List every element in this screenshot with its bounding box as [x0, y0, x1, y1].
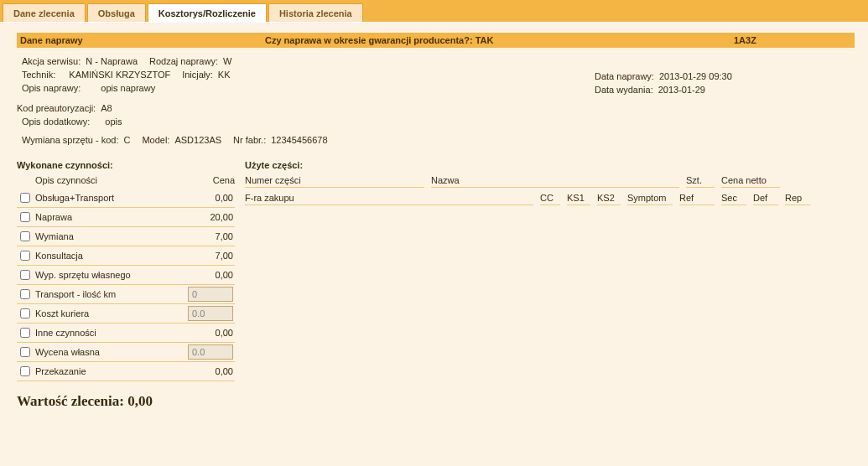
- label-opis-dod: Opis dodatkowy:: [22, 116, 95, 127]
- col-sec: Sec: [721, 193, 746, 205]
- activity-input[interactable]: [188, 344, 233, 360]
- activity-name: Wyp. sprzętu własnego: [34, 270, 183, 280]
- activity-checkbox[interactable]: [20, 212, 30, 222]
- label-model: Model:: [142, 135, 174, 145]
- activity-checkbox[interactable]: [20, 270, 30, 280]
- activity-row: Konsultacja7,00: [17, 246, 235, 266]
- activity-checkbox[interactable]: [20, 328, 30, 338]
- activities-title: Wykonane czynności:: [17, 160, 235, 170]
- activity-row: Obsługa+Transport0,00: [17, 189, 235, 208]
- tab-obsluga[interactable]: Obsługa: [87, 3, 146, 22]
- value-technik: KAMIŃSKI KRZYSZTOF: [69, 70, 170, 80]
- activity-row: Przekazanie0,00: [17, 362, 235, 381]
- activity-checkbox[interactable]: [20, 289, 30, 299]
- col-ref: Ref: [679, 193, 715, 205]
- tabs-bar: Dane zlecenia Obsługa Kosztorys/Rozlicze…: [0, 0, 868, 23]
- activity-row: Wycena własna: [17, 343, 235, 362]
- activity-name: Transport - ilość km: [34, 289, 183, 299]
- header-dane-naprawy: Dane naprawy: [17, 34, 262, 46]
- activity-checkbox[interactable]: [20, 308, 30, 318]
- label-opis-naprawy: Opis naprawy:: [22, 83, 86, 93]
- value-kod-preaut: A8: [101, 103, 112, 113]
- parts-title: Użyte części:: [245, 160, 855, 170]
- activity-row: Koszt kuriera: [17, 304, 235, 324]
- label-akcja: Akcja serwisu:: [22, 56, 86, 66]
- activity-name: Koszt kuriera: [34, 308, 183, 318]
- activity-name: Naprawa: [34, 212, 183, 222]
- tab-dane-zlecenia[interactable]: Dane zlecenia: [3, 3, 86, 22]
- label-data-wydania: Data wydania:: [595, 85, 658, 95]
- label-kod-preaut: Kod preautoryzacji:: [17, 103, 101, 113]
- activity-price: 7,00: [183, 251, 235, 261]
- header-warranty: Czy naprawa w okresie gwarancji producen…: [262, 34, 730, 46]
- value-wymiana-kod: C: [123, 135, 130, 145]
- activity-row: Transport - ilość km: [17, 285, 235, 304]
- activity-input[interactable]: [188, 306, 233, 321]
- activity-row: Inne czynności0,00: [17, 324, 235, 343]
- total-label: Wartość zlecenia: [17, 393, 119, 409]
- value-opis-dod: opis: [105, 116, 122, 127]
- activity-price: 20,00: [183, 212, 235, 222]
- value-rodzaj: W: [223, 56, 231, 66]
- activity-name: Wycena własna: [34, 347, 183, 357]
- col-cena: Cena: [195, 175, 235, 185]
- label-inicjaly: Inicjały:: [182, 70, 218, 80]
- col-ks1: KS1: [567, 193, 590, 205]
- label-wymiana-kod: Wymiana sprzętu - kod:: [22, 135, 123, 145]
- activity-checkbox[interactable]: [20, 366, 30, 376]
- activity-name: Inne czynności: [34, 328, 183, 338]
- value-akcja: N - Naprawa: [86, 56, 138, 66]
- tab-historia[interactable]: Historia zlecenia: [268, 3, 363, 22]
- label-nrfab: Nr fabr.:: [233, 135, 271, 145]
- activity-checkbox[interactable]: [20, 193, 30, 203]
- value-opis-naprawy: opis naprawy: [101, 83, 155, 93]
- value-data-naprawy: 2013-01-29 09:30: [659, 71, 732, 81]
- repair-header: Dane naprawy Czy naprawa w okresie gwara…: [17, 33, 855, 48]
- activity-price: 0,00: [183, 193, 235, 203]
- activity-name: Obsługa+Transport: [34, 193, 183, 203]
- value-data-wydania: 2013-01-29: [658, 85, 705, 95]
- col-ks2: KS2: [597, 193, 621, 205]
- activity-name: Konsultacja: [34, 251, 183, 261]
- tab-kosztorys[interactable]: Kosztorys/Rozliczenie: [148, 3, 267, 22]
- value-inicjaly: KK: [218, 70, 231, 80]
- activity-price: 0,00: [183, 270, 235, 280]
- col-cena-netto: Cena netto: [721, 175, 780, 188]
- activity-checkbox[interactable]: [20, 347, 30, 357]
- activity-name: Przekazanie: [34, 366, 183, 376]
- col-nazwa: Nazwa: [431, 175, 679, 188]
- total-value: 0,00: [127, 393, 153, 409]
- col-szt: Szt.: [686, 175, 715, 188]
- activity-price: 7,00: [183, 231, 235, 241]
- col-rep: Rep: [785, 193, 810, 205]
- header-code: 1A3Z: [730, 34, 855, 46]
- col-symptom: Symptom: [627, 193, 673, 205]
- label-rodzaj: Rodzaj naprawy:: [149, 56, 223, 66]
- value-nrfab: 12345456678: [271, 135, 327, 145]
- activity-price: 0,00: [183, 366, 235, 376]
- activity-checkbox[interactable]: [20, 231, 30, 241]
- activity-row: Wymiana7,00: [17, 227, 235, 246]
- col-opis: Opis czynności: [35, 175, 195, 185]
- activity-price: 0,00: [183, 328, 235, 338]
- col-numer: Numer części: [245, 175, 424, 188]
- activity-row: Wyp. sprzętu własnego0,00: [17, 266, 235, 285]
- activity-input[interactable]: [188, 287, 233, 302]
- col-fra: F-ra zakupu: [245, 193, 533, 205]
- col-cc: CC: [540, 193, 560, 205]
- activity-name: Wymiana: [34, 231, 183, 241]
- label-technik: Technik:: [22, 70, 60, 80]
- label-data-naprawy: Data naprawy:: [595, 71, 659, 81]
- activity-checkbox[interactable]: [20, 251, 30, 261]
- col-def: Def: [753, 193, 778, 205]
- activity-row: Naprawa20,00: [17, 208, 235, 227]
- value-model: ASD123AS: [174, 135, 221, 145]
